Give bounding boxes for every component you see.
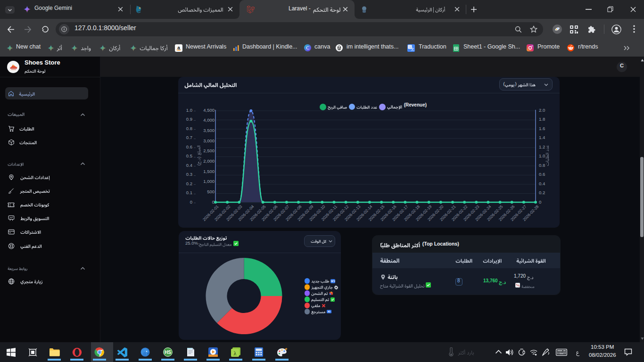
svg-text:HS: HS [165, 350, 171, 355]
svg-text:λ: λ [234, 350, 237, 357]
